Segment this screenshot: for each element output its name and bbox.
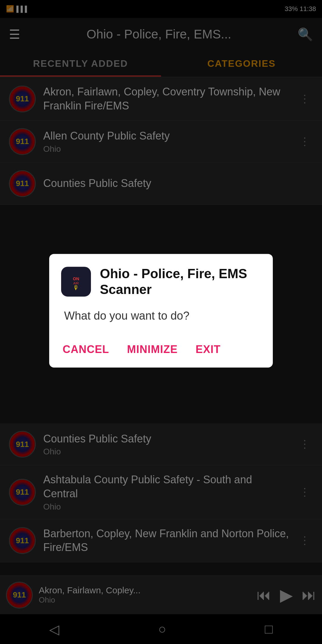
dialog: ON AIR 🎙 Ohio - Police, Fire, EMS Scanne… (49, 254, 273, 368)
dialog-app-icon: ON AIR 🎙 (61, 267, 91, 296)
minimize-button[interactable]: MINIMIZE (126, 340, 179, 358)
app-icon-svg: ON AIR 🎙 (66, 271, 86, 292)
dialog-header: ON AIR 🎙 Ohio - Police, Fire, EMS Scanne… (61, 266, 261, 298)
svg-text:ON: ON (73, 276, 79, 281)
dialog-message: What do you want to do? (64, 309, 261, 322)
cancel-button[interactable]: CANCEL (61, 340, 111, 358)
dialog-actions: CANCEL MINIMIZE EXIT (61, 337, 261, 358)
exit-button[interactable]: EXIT (194, 340, 222, 358)
dialog-title: Ohio - Police, Fire, EMS Scanner (100, 266, 261, 298)
svg-text:🎙: 🎙 (73, 284, 79, 291)
